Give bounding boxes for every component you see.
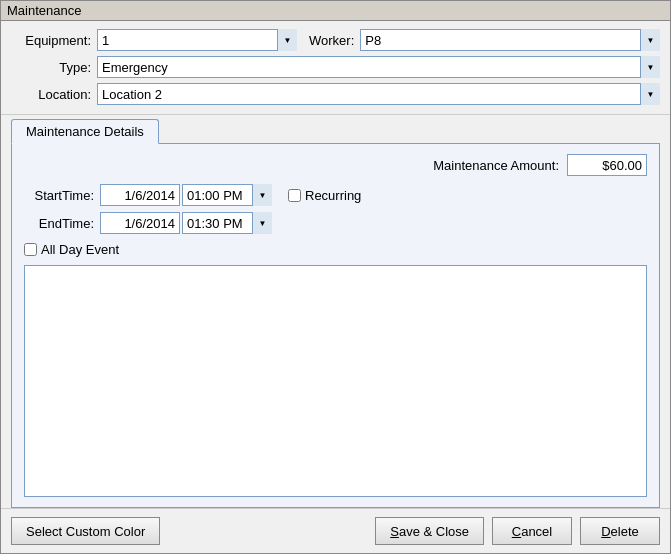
end-time-row: EndTime: 01:30 PM 02:00 PM 02:30 PM ▼ [24,212,647,234]
bottom-right: Save & Close Cancel Delete [375,517,660,545]
save-close-button[interactable]: Save & Close [375,517,484,545]
all-day-row: All Day Event [24,242,647,257]
recurring-wrapper: Recurring [288,188,361,203]
end-time-select[interactable]: 01:30 PM 02:00 PM 02:30 PM [182,212,272,234]
custom-color-button[interactable]: Select Custom Color [11,517,160,545]
type-label: Type: [11,60,91,75]
notes-textarea[interactable] [24,265,647,497]
maintenance-amount-label: Maintenance Amount: [433,158,559,173]
all-day-label: All Day Event [41,242,119,257]
tab-maintenance-details[interactable]: Maintenance Details [11,119,159,144]
type-select[interactable]: Emergency Routine Preventive [97,56,660,78]
maintenance-amount-row: Maintenance Amount: [24,154,647,176]
start-time-select[interactable]: 01:00 PM 01:30 PM 02:00 PM [182,184,272,206]
start-time-select-wrapper: 01:00 PM 01:30 PM 02:00 PM ▼ [182,184,272,206]
location-row: Location: Location 2 Location 1 Location… [11,83,660,105]
bottom-bar: Select Custom Color Save & Close Cancel … [1,508,670,553]
all-day-checkbox[interactable] [24,243,37,256]
cancel-label: Cancel [512,524,552,539]
type-row: Type: Emergency Routine Preventive ▼ [11,56,660,78]
delete-button[interactable]: Delete [580,517,660,545]
tab-content: Maintenance Amount: StartTime: 01:00 PM … [11,143,660,508]
equipment-label: Equipment: [11,33,91,48]
tab-container: Maintenance Details Maintenance Amount: … [11,119,660,508]
form-area: Equipment: 1 2 3 ▼ Worker: P8 P1 P2 ▼ [1,21,670,115]
bottom-left: Select Custom Color [11,517,375,545]
recurring-checkbox[interactable] [288,189,301,202]
cancel-button[interactable]: Cancel [492,517,572,545]
equipment-select-wrapper: 1 2 3 ▼ [97,29,297,51]
start-time-row: StartTime: 01:00 PM 01:30 PM 02:00 PM ▼ … [24,184,647,206]
worker-label: Worker: [309,33,354,48]
main-window: Maintenance Equipment: 1 2 3 ▼ Worker: P… [0,0,671,554]
start-date-input[interactable] [100,184,180,206]
tab-header: Maintenance Details [11,119,660,143]
worker-select-wrapper: P8 P1 P2 ▼ [360,29,660,51]
location-select-wrapper: Location 2 Location 1 Location 3 ▼ [97,83,660,105]
save-close-label: Save & Close [390,524,469,539]
type-select-wrapper: Emergency Routine Preventive ▼ [97,56,660,78]
title-bar: Maintenance [1,1,670,21]
location-select[interactable]: Location 2 Location 1 Location 3 [97,83,660,105]
equipment-worker-row: Equipment: 1 2 3 ▼ Worker: P8 P1 P2 ▼ [11,29,660,51]
end-time-select-wrapper: 01:30 PM 02:00 PM 02:30 PM ▼ [182,212,272,234]
window-title: Maintenance [7,3,81,18]
maintenance-amount-input[interactable] [567,154,647,176]
worker-select[interactable]: P8 P1 P2 [360,29,660,51]
end-date-input[interactable] [100,212,180,234]
location-label: Location: [11,87,91,102]
start-time-label: StartTime: [24,188,94,203]
equipment-select[interactable]: 1 2 3 [97,29,297,51]
end-time-label: EndTime: [24,216,94,231]
recurring-label: Recurring [305,188,361,203]
delete-label: Delete [601,524,639,539]
